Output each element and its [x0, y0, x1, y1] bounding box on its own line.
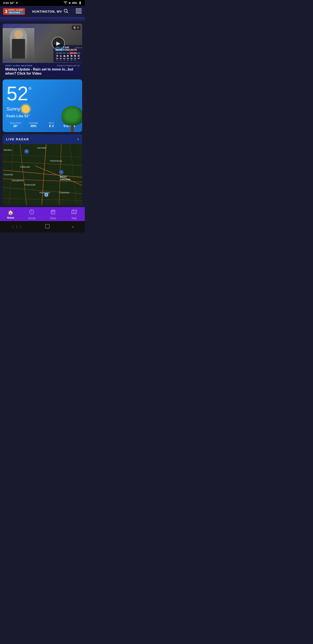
day-thu: THU — [62, 52, 66, 54]
menu-button[interactable] — [76, 9, 82, 14]
city-parkersburg: Parkersburg — [50, 160, 62, 162]
wind-value: E 4 — [42, 124, 60, 128]
highway-77: 77 — [59, 170, 63, 174]
radar-header[interactable]: LIVE RADAR › — [2, 134, 82, 144]
video-caption: FIRST ALERT WEATHER TUESDAY FEBRUARY 06 … — [2, 63, 82, 77]
tree-canopy — [61, 106, 82, 126]
home-icon: 🏠 — [7, 210, 13, 216]
city-cincinnati: Cincinnati — [3, 174, 13, 176]
play-button[interactable]: ▶ — [52, 37, 65, 50]
dew-point-stat: Dew Point 28° — [6, 122, 24, 128]
logo: 3 FIRST ALERT WEATHER — [3, 8, 25, 15]
logo-text: FIRST ALERT WEATHER — [8, 9, 23, 14]
svg-rect-30 — [45, 224, 49, 228]
tree-decoration — [60, 106, 82, 132]
nav-home[interactable]: 🏠 Home — [0, 210, 21, 219]
blue-divider — [0, 17, 85, 22]
android-home-btn[interactable] — [45, 224, 50, 230]
status-temp: 52° — [10, 1, 14, 4]
person-body — [12, 39, 25, 58]
map-label: Map — [72, 217, 77, 220]
app-header: 3 FIRST ALERT WEATHER HUNTINGTON, WV — [0, 6, 85, 17]
day-sun: SUN — [73, 52, 77, 54]
daily-icon — [50, 209, 56, 216]
highway-71: 71 — [24, 149, 29, 154]
battery-text: 49% — [72, 2, 77, 4]
icon-thu: ⛅ — [62, 54, 66, 58]
city-lancaster: Lancaster — [37, 147, 46, 149]
high-mon: 40 — [77, 58, 80, 60]
video-card[interactable]: FIRST ALERT WEATHER 7-DAY FORECAST SANDY… — [2, 24, 82, 77]
low-sun: 36 — [73, 60, 77, 61]
android-back-btn[interactable]: ‹ — [72, 224, 74, 230]
bottom-nav: 🏠 Home Hourly Daily — [0, 207, 85, 221]
battery-icon: 🔋 — [78, 2, 82, 4]
nav-daily[interactable]: Daily — [42, 209, 64, 220]
feels-like-temp: 51° — [24, 114, 29, 118]
current-temperature: 52° — [6, 84, 78, 103]
svg-rect-4 — [76, 12, 82, 13]
icon-sat: 🌦 — [69, 54, 73, 58]
android-nav: ⋮⋮⋮ ‹ — [0, 221, 85, 232]
wind-label: Wind — [42, 122, 60, 124]
high-sun: 52 — [73, 58, 77, 60]
map-roads-svg — [2, 144, 82, 205]
svg-line-10 — [2, 162, 82, 166]
condition-text: Sunny — [6, 106, 20, 112]
sun-icon — [22, 105, 29, 113]
radar-card: LIVE RADAR › Hamilton Chillicothe Parker… — [2, 134, 82, 205]
low-mon — [77, 60, 80, 61]
day-fri: FRI — [66, 52, 70, 54]
video-thumbnail[interactable]: FIRST ALERT WEATHER 7-DAY FORECAST SANDY… — [2, 24, 82, 63]
city-west-virginia: WESTVIRGINIA — [60, 176, 71, 181]
low-thu: 45 — [62, 60, 66, 61]
degree-symbol: ° — [28, 86, 32, 95]
signal-blocked-icon: ⊘ — [68, 2, 71, 4]
logo-weather: WEATHER — [8, 11, 23, 14]
city-hamilton: Hamilton — [3, 149, 12, 151]
feels-like-label: Feels Like — [6, 114, 23, 118]
logo-first-alert: FIRST ALERT — [8, 9, 23, 11]
forecast-days: TUE WED THU FRI SAT SUN MON ☀️ 🌤 ⛅ 🌦 🌦 🌦… — [55, 52, 80, 61]
nav-hourly[interactable]: Hourly — [21, 209, 43, 220]
day-wed: WED — [59, 52, 63, 54]
low-tue: 28 — [55, 60, 59, 61]
person-silhouette — [10, 28, 27, 58]
svg-point-0 — [64, 9, 67, 12]
dew-point-value: 28° — [6, 124, 24, 128]
humidity-stat: Humidity 39% — [24, 122, 43, 128]
icon-fri: 🌦 — [66, 54, 70, 58]
day-tue: TUE — [55, 52, 59, 54]
radar-chevron-icon[interactable]: › — [77, 137, 79, 142]
forecast-title: 7-DAY FORECAST — [63, 46, 75, 51]
nav-map[interactable]: Map — [64, 209, 85, 220]
mute-icon[interactable]: 🔇 ✕ — [72, 26, 80, 30]
icon-wed: 🌤 — [59, 54, 63, 58]
low-sat: 40 — [69, 60, 73, 61]
person-head — [14, 30, 23, 39]
radar-map[interactable]: Hamilton Chillicothe Parkersburg Cincinn… — [2, 144, 82, 205]
map-nav-icon — [71, 209, 77, 216]
svg-marker-27 — [72, 210, 76, 214]
search-icon[interactable] — [64, 9, 68, 14]
high-thu: 65 — [62, 58, 66, 60]
high-tue: 54 — [55, 58, 59, 60]
day-sat: SAT — [69, 52, 73, 54]
location-text: HUNTINGTON, WV — [32, 10, 62, 13]
status-time: 3:23 — [3, 1, 9, 4]
video-title: Midday Update - Rain set to move in...bu… — [5, 67, 79, 76]
status-right: ⊘ 49% 🔋 — [64, 1, 82, 4]
high-sat: 58 — [69, 58, 73, 60]
android-recent-btn[interactable]: ⋮⋮⋮ — [11, 225, 23, 229]
city-chillicothe: Chillicothe — [20, 166, 30, 168]
forecast-sponsor: SANDY'S 🎰 — [75, 47, 82, 51]
low-wed: 33 — [59, 60, 63, 61]
home-label: Home — [7, 216, 14, 219]
icon-mon: ❄️ — [77, 54, 80, 58]
icon-tue: ☀️ — [55, 54, 59, 58]
radar-title: LIVE RADAR — [6, 138, 29, 141]
video-label: FIRST ALERT WEATHER — [5, 64, 32, 67]
day-mon: MON — [77, 52, 80, 54]
video-person — [2, 28, 34, 58]
high-fri: 59 — [66, 58, 70, 60]
